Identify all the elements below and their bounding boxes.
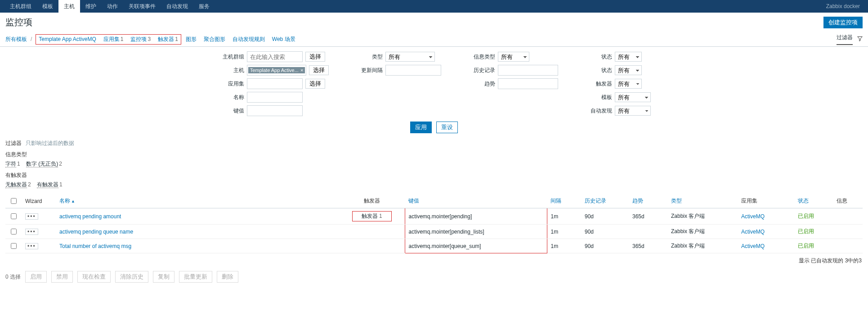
funnel-icon[interactable] xyxy=(857,36,863,43)
select-state[interactable]: 所有 xyxy=(615,52,642,62)
item-status-link[interactable]: 已启用 xyxy=(798,243,814,249)
select-template-filter[interactable]: 所有 xyxy=(615,92,651,102)
input-trend[interactable] xyxy=(498,78,558,89)
bulk-mass-update-button[interactable]: 批量更新 xyxy=(179,271,212,283)
bulk-disable-button[interactable]: 禁用 xyxy=(51,271,73,283)
chip-no-trigger[interactable]: 无触发器 xyxy=(5,181,27,188)
item-history: 90d xyxy=(581,225,629,239)
link-appset[interactable]: 应用集 xyxy=(103,36,120,42)
input-key[interactable] xyxy=(247,105,303,116)
summary-filter: 过滤器 只影响过滤后的数据 xyxy=(0,138,868,149)
item-key: activemq.mointer[queue_sum] xyxy=(409,243,481,249)
table-row: ••• activemq pending queue name activemq… xyxy=(5,225,863,239)
item-status-link[interactable]: 已启用 xyxy=(798,213,814,219)
row-check[interactable] xyxy=(11,229,17,234)
trigger-count-box[interactable]: 触发器 1 xyxy=(352,211,392,221)
col-triggers: 触发器 xyxy=(339,194,405,208)
bulk-copy-button[interactable]: 复制 xyxy=(153,271,174,283)
col-key[interactable]: 键值 xyxy=(405,194,547,208)
row-check[interactable] xyxy=(11,243,17,249)
nav-templates[interactable]: 模板 xyxy=(37,0,58,13)
chip-char[interactable]: 字符 xyxy=(5,161,16,167)
col-name[interactable]: 名称▲ xyxy=(56,194,339,208)
nav-discovery[interactable]: 自动发现 xyxy=(161,0,193,13)
nav-hostgroups[interactable]: 主机群组 xyxy=(4,0,37,13)
host-chip-label: Template App Active... xyxy=(250,68,299,73)
item-name-link[interactable]: activemq pending queue name xyxy=(59,229,133,235)
link-discovery-rules[interactable]: 自动发现规则 xyxy=(233,36,265,43)
input-history[interactable] xyxy=(498,65,558,76)
chip-has-trigger[interactable]: 有触发器 xyxy=(37,181,58,188)
apply-button[interactable]: 应用 xyxy=(410,122,432,133)
select-type[interactable]: 所有 xyxy=(385,52,435,62)
item-status-link[interactable]: 已启用 xyxy=(798,228,814,234)
summary-triggers-title: 有触发器 xyxy=(5,171,863,179)
filter-tab[interactable]: 过滤器 xyxy=(837,34,853,45)
bulk-checknow-button[interactable]: 现在检查 xyxy=(77,271,111,283)
label-appset: 应用集 xyxy=(217,80,244,88)
bulk-delete-button[interactable]: 删除 xyxy=(217,271,238,283)
input-name[interactable] xyxy=(247,92,303,103)
label-template-filter: 模板 xyxy=(585,94,612,101)
link-template-name[interactable]: Template App ActiveMQ xyxy=(39,36,96,42)
input-update-interval[interactable] xyxy=(385,65,441,76)
link-web-scenarios[interactable]: Web 场景 xyxy=(272,36,295,43)
select-host-button[interactable]: 选择 xyxy=(309,65,329,75)
link-aggr-graphs[interactable]: 聚合图形 xyxy=(204,36,225,43)
link-graphs[interactable]: 图形 xyxy=(186,36,197,43)
wizard-button[interactable]: ••• xyxy=(25,229,38,235)
nav-correlated[interactable]: 关联项事件 xyxy=(123,0,161,13)
item-appset-link[interactable]: ActiveMQ xyxy=(741,229,765,235)
create-item-button[interactable]: 创建监控项 xyxy=(823,17,863,28)
col-type[interactable]: 类型 xyxy=(667,194,738,208)
table-row: ••• Total number of activemq msg activem… xyxy=(5,239,863,253)
wizard-button[interactable]: ••• xyxy=(25,213,38,220)
row-check[interactable] xyxy=(11,213,17,219)
link-items[interactable]: 监控项 xyxy=(130,36,147,42)
check-all[interactable] xyxy=(11,198,17,204)
selected-count: 0 选择 xyxy=(5,273,21,281)
col-history[interactable]: 历史记录 xyxy=(581,194,629,208)
item-name-link[interactable]: Total number of activemq msg xyxy=(59,243,131,249)
input-appset[interactable] xyxy=(247,78,303,89)
host-chip-remove-icon[interactable]: × xyxy=(300,68,303,73)
input-hostgroup[interactable] xyxy=(247,51,303,62)
nav-hosts[interactable]: 主机 xyxy=(58,0,80,13)
brand-label: Zabbix docker xyxy=(826,3,864,9)
table-row: ••• activemq pending amount 触发器 1 active… xyxy=(5,208,863,225)
label-state: 状态 xyxy=(585,53,612,61)
breadcrumb-separator: / xyxy=(31,36,32,42)
col-trend[interactable]: 趋势 xyxy=(629,194,667,208)
select-trigger-filter[interactable]: 所有 xyxy=(615,79,642,89)
select-appset-button[interactable]: 选择 xyxy=(305,79,325,89)
bulk-clear-history-button[interactable]: 清除历史 xyxy=(115,271,148,283)
breadcrumb-all-templates[interactable]: 所有模板 xyxy=(5,36,27,43)
col-status[interactable]: 状态 xyxy=(794,194,833,208)
item-key: activemq.mointer[pending_lists] xyxy=(409,229,484,235)
select-hostgroup-button[interactable]: 选择 xyxy=(305,52,325,62)
item-name-link[interactable]: activemq pending amount xyxy=(59,213,121,220)
nav-services[interactable]: 服务 xyxy=(193,0,215,13)
select-status[interactable]: 所有 xyxy=(615,65,642,75)
nav-maintenance[interactable]: 维护 xyxy=(80,0,102,13)
wizard-button[interactable]: ••• xyxy=(25,243,38,249)
nav-actions[interactable]: 动作 xyxy=(102,0,123,13)
label-update-interval: 更新间隔 xyxy=(356,67,383,74)
input-host[interactable]: Template App Active... × xyxy=(247,65,307,76)
link-triggers[interactable]: 触发器 xyxy=(158,36,174,42)
summary-filter-sub: 只影响过滤后的数据 xyxy=(26,140,74,146)
item-appset-link[interactable]: ActiveMQ xyxy=(741,243,765,249)
item-appset-link[interactable]: ActiveMQ xyxy=(741,213,765,220)
summary-triggers: 有触发器 无触发器2 有触发器1 xyxy=(0,170,868,190)
sub-nav: 所有模板 / Template App ActiveMQ 应用集1 监控项3 触… xyxy=(0,32,868,47)
bulk-enable-button[interactable]: 启用 xyxy=(25,271,47,283)
summary-infotype-title: 信息类型 xyxy=(5,151,863,158)
item-type: Zabbix 客户端 xyxy=(667,208,738,225)
chip-has-trigger-count: 1 xyxy=(59,181,63,188)
reset-button[interactable]: 重设 xyxy=(436,122,458,133)
select-autodiscovery[interactable]: 所有 xyxy=(615,106,651,116)
chip-numeric[interactable]: 数字 (无正负) xyxy=(26,161,58,167)
select-infotype[interactable]: 所有 xyxy=(498,52,529,62)
col-interval[interactable]: 间隔 xyxy=(547,194,581,208)
label-host: 主机 xyxy=(217,67,244,74)
